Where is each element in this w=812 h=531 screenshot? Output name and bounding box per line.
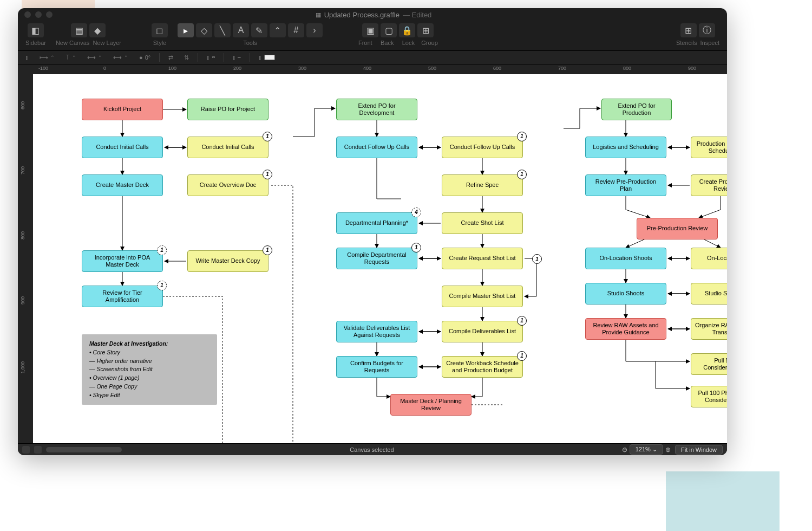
node-extend-po-prod[interactable]: Extend PO for Production: [601, 99, 672, 120]
traffic-lights[interactable]: [24, 11, 53, 18]
note-line: — One Page Copy: [89, 383, 209, 391]
canvas-viewport[interactable]: Kickoff Project Raise PO for Project Con…: [33, 74, 727, 443]
node-compile-master-shot[interactable]: Compile Master Shot List: [442, 286, 523, 307]
shape-tool[interactable]: ◇: [196, 23, 212, 37]
style-button[interactable]: ◻: [152, 23, 168, 37]
canvas[interactable]: Kickoff Project Raise PO for Project Con…: [33, 74, 727, 443]
ruler-tick: 400: [363, 66, 371, 71]
nav-button[interactable]: [34, 446, 42, 454]
sidebar-toggle[interactable]: ◧: [28, 23, 44, 37]
scrollbar[interactable]: [46, 447, 122, 452]
ruler-tick: 900: [688, 66, 696, 71]
node-create-prod-review[interactable]: Create Production Review: [691, 174, 727, 196]
fill-style[interactable]: ⫿: [257, 54, 277, 61]
ruler-tick: 500: [428, 66, 436, 71]
node-label: Raise PO for Project: [201, 106, 255, 113]
node-label: Pull 50 Considerations: [695, 357, 727, 371]
zoom-out-icon[interactable]: ⊖: [622, 446, 627, 454]
toolbar-label: Lock: [402, 40, 415, 46]
flip-v[interactable]: ⇅: [182, 54, 191, 61]
node-studio-y[interactable]: Studio Shoots: [691, 283, 727, 305]
node-dept-planning[interactable]: Departmental Planning*4: [336, 212, 417, 234]
back-button[interactable]: ▢: [381, 23, 397, 37]
node-label: Extend PO for Development: [340, 102, 414, 116]
stencils-button[interactable]: ⊞: [680, 23, 697, 37]
ruler-horizontal[interactable]: -100 0 100 200 300 400 500 600 700 800 9…: [33, 64, 727, 74]
node-compile-deliv[interactable]: Compile Deliverables List1: [442, 321, 523, 342]
node-pull-50[interactable]: Pull 50 Considerations: [691, 353, 727, 375]
width-control[interactable]: ⟷ ⌃: [85, 54, 104, 61]
node-organize-raw[interactable]: Organize RAW Order Transfer: [691, 318, 727, 340]
ruler-vertical[interactable]: 600 700 800 900 1,000: [18, 74, 33, 443]
group-button[interactable]: ⊞: [417, 23, 434, 37]
inspect-button[interactable]: ⓘ: [699, 23, 715, 37]
node-compile-dept[interactable]: Compile Departmental Requests1: [336, 248, 417, 269]
node-label: Create Production Review: [695, 178, 727, 192]
node-review-raw[interactable]: Review RAW Assets and Provide Guidance: [585, 318, 666, 340]
node-followup[interactable]: Conduct Follow Up Calls: [336, 137, 417, 158]
node-initial-calls-y[interactable]: Conduct Initial Calls1: [187, 137, 269, 158]
ruler-tick: 900: [20, 296, 25, 305]
annotation-note[interactable]: Master Deck at Investigation: • Core Sto…: [82, 334, 217, 405]
node-raise-po[interactable]: Raise PO for Project: [187, 99, 269, 120]
node-confirm-budget[interactable]: Confirm Budgets for Requests: [336, 356, 417, 378]
node-preprod-review[interactable]: Pre-Production Review: [637, 218, 718, 239]
height-control[interactable]: ⟷ ⌃: [111, 54, 130, 61]
node-followup-y[interactable]: Conduct Follow Up Calls1: [442, 137, 523, 158]
node-initial-calls[interactable]: Conduct Initial Calls: [82, 137, 163, 158]
toolbar: ◧ Sidebar ▤ ◆ New Canvas New Layer ◻ Sty…: [18, 21, 727, 50]
toolbar-label: Tools: [243, 40, 257, 46]
node-pull-100[interactable]: Pull 100 Photos for Consideration: [691, 386, 727, 407]
rotation-control[interactable]: ● 0°: [137, 54, 153, 61]
fit-window-button[interactable]: Fit in Window: [675, 445, 723, 455]
more-tools[interactable]: ›: [306, 23, 323, 37]
new-canvas-button[interactable]: ▤: [71, 23, 87, 37]
node-refine-spec[interactable]: Refine Spec1: [442, 174, 523, 196]
resize-handle[interactable]: [22, 446, 30, 454]
ruler-tick: 600: [493, 66, 501, 71]
note-line: • Skype Edit: [89, 391, 209, 400]
node-onloc-y[interactable]: On-Location: [691, 248, 727, 269]
line-tool[interactable]: ╲: [214, 23, 231, 37]
ruler-tick: 100: [168, 66, 176, 71]
node-label: Confirm Budgets for Requests: [340, 360, 414, 374]
pen-tool[interactable]: ✎: [251, 23, 267, 37]
front-button[interactable]: ▣: [362, 23, 378, 37]
stroke-style[interactable]: ⫿ ▭: [205, 54, 217, 61]
node-studio[interactable]: Studio Shoots: [585, 283, 666, 305]
node-write-copy[interactable]: Write Master Deck Copy1: [187, 250, 269, 272]
guides-icon[interactable]: ⫿: [23, 54, 31, 61]
node-review-preprod[interactable]: Review Pre-Production Plan: [585, 174, 666, 196]
node-create-req-shot[interactable]: Create Request Shot List: [442, 248, 523, 269]
zoom-level[interactable]: 121% ⌄: [630, 444, 663, 455]
ruler-tick: 800: [20, 231, 25, 239]
node-logistics[interactable]: Logistics and Scheduling: [585, 137, 666, 158]
node-label: Compile Departmental Requests: [340, 251, 414, 266]
align-control[interactable]: ⟙ ⌃: [63, 54, 78, 61]
grid-tool[interactable]: #: [288, 23, 304, 37]
node-incorporate-poa[interactable]: Incorporate into POA Master Deck1: [82, 250, 163, 272]
node-create-shot[interactable]: Create Shot List: [442, 212, 523, 234]
node-validate-deliv[interactable]: Validate Deliverables List Against Reque…: [336, 321, 417, 342]
node-overview-doc[interactable]: Create Overview Doc1: [187, 174, 269, 196]
new-layer-button[interactable]: ◆: [89, 23, 106, 37]
node-label: Create Workback Schedule and Production …: [446, 360, 519, 374]
line-style[interactable]: ⫿ ━: [231, 54, 243, 61]
lock-button[interactable]: 🔒: [399, 23, 415, 37]
node-extend-po-dev[interactable]: Extend PO for Development: [336, 99, 417, 120]
flip-h[interactable]: ⇄: [166, 54, 175, 61]
node-onloc[interactable]: On-Location Shoots: [585, 248, 666, 269]
point-tool[interactable]: ⌃: [270, 23, 286, 37]
node-kickoff[interactable]: Kickoff Project: [82, 99, 163, 120]
node-create-workback[interactable]: Create Workback Schedule and Production …: [442, 356, 523, 378]
node-prod-log[interactable]: Production Logistics Scheduling: [691, 137, 727, 158]
note-line: • Core Story: [89, 348, 209, 357]
text-tool[interactable]: A: [233, 23, 249, 37]
node-master-deck[interactable]: Create Master Deck: [82, 174, 163, 196]
selection-tool[interactable]: ▸: [178, 23, 194, 37]
node-master-review[interactable]: Master Deck / Planning Review: [390, 394, 472, 416]
spacing-control[interactable]: ⟼ ⌃: [37, 54, 57, 61]
window-title: Updated Process.graffle: [324, 11, 400, 19]
node-review-tier[interactable]: Review for Tier Amplification1: [82, 286, 163, 307]
zoom-in-icon[interactable]: ⊕: [665, 446, 671, 454]
